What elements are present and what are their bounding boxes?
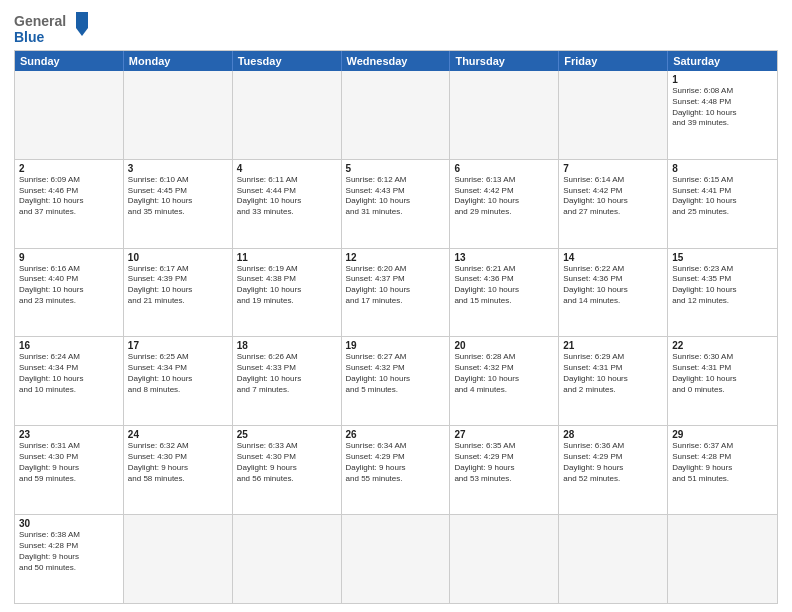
calendar-row-2: 9Sunrise: 6:16 AM Sunset: 4:40 PM Daylig… [15, 248, 777, 337]
sun-info: Sunrise: 6:23 AM Sunset: 4:35 PM Dayligh… [672, 264, 773, 307]
day-number: 20 [454, 340, 554, 351]
sun-info: Sunrise: 6:37 AM Sunset: 4:28 PM Dayligh… [672, 441, 773, 484]
sun-info: Sunrise: 6:30 AM Sunset: 4:31 PM Dayligh… [672, 352, 773, 395]
svg-marker-3 [76, 28, 88, 36]
cal-cell-r1c2: 4Sunrise: 6:11 AM Sunset: 4:44 PM Daylig… [233, 160, 342, 248]
calendar: SundayMondayTuesdayWednesdayThursdayFrid… [14, 50, 778, 604]
calendar-row-4: 23Sunrise: 6:31 AM Sunset: 4:30 PM Dayli… [15, 425, 777, 514]
cal-cell-r4c1: 24Sunrise: 6:32 AM Sunset: 4:30 PM Dayli… [124, 426, 233, 514]
day-number: 28 [563, 429, 663, 440]
generalblue-logo-icon: GeneralBlue [14, 10, 94, 46]
cal-cell-r0c2 [233, 71, 342, 159]
day-number: 11 [237, 252, 337, 263]
cal-cell-r1c5: 7Sunrise: 6:14 AM Sunset: 4:42 PM Daylig… [559, 160, 668, 248]
cal-cell-r1c6: 8Sunrise: 6:15 AM Sunset: 4:41 PM Daylig… [668, 160, 777, 248]
cal-cell-r5c1 [124, 515, 233, 603]
cal-cell-r5c6 [668, 515, 777, 603]
sun-info: Sunrise: 6:27 AM Sunset: 4:32 PM Dayligh… [346, 352, 446, 395]
cal-cell-r4c3: 26Sunrise: 6:34 AM Sunset: 4:29 PM Dayli… [342, 426, 451, 514]
sun-info: Sunrise: 6:25 AM Sunset: 4:34 PM Dayligh… [128, 352, 228, 395]
day-number: 13 [454, 252, 554, 263]
sun-info: Sunrise: 6:09 AM Sunset: 4:46 PM Dayligh… [19, 175, 119, 218]
calendar-header: SundayMondayTuesdayWednesdayThursdayFrid… [15, 51, 777, 71]
sun-info: Sunrise: 6:08 AM Sunset: 4:48 PM Dayligh… [672, 86, 773, 129]
cal-cell-r0c3 [342, 71, 451, 159]
weekday-header-saturday: Saturday [668, 51, 777, 71]
cal-cell-r5c5 [559, 515, 668, 603]
cal-cell-r0c6: 1Sunrise: 6:08 AM Sunset: 4:48 PM Daylig… [668, 71, 777, 159]
day-number: 9 [19, 252, 119, 263]
cal-cell-r4c5: 28Sunrise: 6:36 AM Sunset: 4:29 PM Dayli… [559, 426, 668, 514]
cal-cell-r4c2: 25Sunrise: 6:33 AM Sunset: 4:30 PM Dayli… [233, 426, 342, 514]
sun-info: Sunrise: 6:29 AM Sunset: 4:31 PM Dayligh… [563, 352, 663, 395]
sun-info: Sunrise: 6:34 AM Sunset: 4:29 PM Dayligh… [346, 441, 446, 484]
cal-cell-r3c1: 17Sunrise: 6:25 AM Sunset: 4:34 PM Dayli… [124, 337, 233, 425]
cal-cell-r3c5: 21Sunrise: 6:29 AM Sunset: 4:31 PM Dayli… [559, 337, 668, 425]
sun-info: Sunrise: 6:33 AM Sunset: 4:30 PM Dayligh… [237, 441, 337, 484]
day-number: 10 [128, 252, 228, 263]
cal-cell-r5c3 [342, 515, 451, 603]
sun-info: Sunrise: 6:31 AM Sunset: 4:30 PM Dayligh… [19, 441, 119, 484]
cal-cell-r5c4 [450, 515, 559, 603]
svg-text:Blue: Blue [14, 29, 45, 45]
cal-cell-r2c1: 10Sunrise: 6:17 AM Sunset: 4:39 PM Dayli… [124, 249, 233, 337]
sun-info: Sunrise: 6:32 AM Sunset: 4:30 PM Dayligh… [128, 441, 228, 484]
cal-cell-r2c3: 12Sunrise: 6:20 AM Sunset: 4:37 PM Dayli… [342, 249, 451, 337]
cal-cell-r3c6: 22Sunrise: 6:30 AM Sunset: 4:31 PM Dayli… [668, 337, 777, 425]
day-number: 23 [19, 429, 119, 440]
sun-info: Sunrise: 6:22 AM Sunset: 4:36 PM Dayligh… [563, 264, 663, 307]
day-number: 12 [346, 252, 446, 263]
day-number: 25 [237, 429, 337, 440]
cal-cell-r2c2: 11Sunrise: 6:19 AM Sunset: 4:38 PM Dayli… [233, 249, 342, 337]
cal-cell-r4c6: 29Sunrise: 6:37 AM Sunset: 4:28 PM Dayli… [668, 426, 777, 514]
sun-info: Sunrise: 6:36 AM Sunset: 4:29 PM Dayligh… [563, 441, 663, 484]
svg-text:General: General [14, 13, 66, 29]
sun-info: Sunrise: 6:35 AM Sunset: 4:29 PM Dayligh… [454, 441, 554, 484]
sun-info: Sunrise: 6:38 AM Sunset: 4:28 PM Dayligh… [19, 530, 119, 573]
cal-cell-r3c3: 19Sunrise: 6:27 AM Sunset: 4:32 PM Dayli… [342, 337, 451, 425]
cal-cell-r0c4 [450, 71, 559, 159]
sun-info: Sunrise: 6:10 AM Sunset: 4:45 PM Dayligh… [128, 175, 228, 218]
weekday-header-sunday: Sunday [15, 51, 124, 71]
day-number: 6 [454, 163, 554, 174]
cal-cell-r5c2 [233, 515, 342, 603]
cal-cell-r4c0: 23Sunrise: 6:31 AM Sunset: 4:30 PM Dayli… [15, 426, 124, 514]
cal-cell-r3c0: 16Sunrise: 6:24 AM Sunset: 4:34 PM Dayli… [15, 337, 124, 425]
sun-info: Sunrise: 6:13 AM Sunset: 4:42 PM Dayligh… [454, 175, 554, 218]
sun-info: Sunrise: 6:19 AM Sunset: 4:38 PM Dayligh… [237, 264, 337, 307]
cal-cell-r1c4: 6Sunrise: 6:13 AM Sunset: 4:42 PM Daylig… [450, 160, 559, 248]
cal-cell-r1c3: 5Sunrise: 6:12 AM Sunset: 4:43 PM Daylig… [342, 160, 451, 248]
weekday-header-monday: Monday [124, 51, 233, 71]
day-number: 15 [672, 252, 773, 263]
calendar-page: GeneralBlue SundayMondayTuesdayWednesday… [0, 0, 792, 612]
cal-cell-r3c4: 20Sunrise: 6:28 AM Sunset: 4:32 PM Dayli… [450, 337, 559, 425]
cal-cell-r2c6: 15Sunrise: 6:23 AM Sunset: 4:35 PM Dayli… [668, 249, 777, 337]
day-number: 21 [563, 340, 663, 351]
sun-info: Sunrise: 6:12 AM Sunset: 4:43 PM Dayligh… [346, 175, 446, 218]
day-number: 14 [563, 252, 663, 263]
day-number: 5 [346, 163, 446, 174]
page-header: GeneralBlue [14, 10, 778, 46]
weekday-header-friday: Friday [559, 51, 668, 71]
day-number: 2 [19, 163, 119, 174]
day-number: 1 [672, 74, 773, 85]
cal-cell-r5c0: 30Sunrise: 6:38 AM Sunset: 4:28 PM Dayli… [15, 515, 124, 603]
calendar-row-1: 2Sunrise: 6:09 AM Sunset: 4:46 PM Daylig… [15, 159, 777, 248]
logo: GeneralBlue [14, 10, 94, 46]
day-number: 30 [19, 518, 119, 529]
weekday-header-thursday: Thursday [450, 51, 559, 71]
cal-cell-r0c0 [15, 71, 124, 159]
day-number: 16 [19, 340, 119, 351]
calendar-body: 1Sunrise: 6:08 AM Sunset: 4:48 PM Daylig… [15, 71, 777, 603]
day-number: 8 [672, 163, 773, 174]
sun-info: Sunrise: 6:20 AM Sunset: 4:37 PM Dayligh… [346, 264, 446, 307]
cal-cell-r2c0: 9Sunrise: 6:16 AM Sunset: 4:40 PM Daylig… [15, 249, 124, 337]
day-number: 4 [237, 163, 337, 174]
sun-info: Sunrise: 6:11 AM Sunset: 4:44 PM Dayligh… [237, 175, 337, 218]
day-number: 27 [454, 429, 554, 440]
cal-cell-r0c5 [559, 71, 668, 159]
sun-info: Sunrise: 6:15 AM Sunset: 4:41 PM Dayligh… [672, 175, 773, 218]
day-number: 29 [672, 429, 773, 440]
day-number: 3 [128, 163, 228, 174]
cal-cell-r2c5: 14Sunrise: 6:22 AM Sunset: 4:36 PM Dayli… [559, 249, 668, 337]
